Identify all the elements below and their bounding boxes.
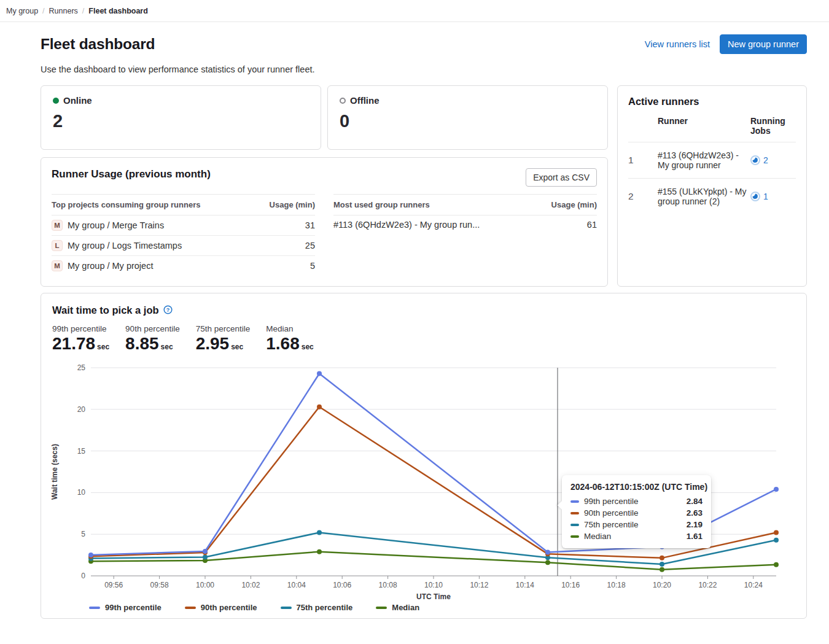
svg-text:25: 25: [77, 363, 86, 372]
breadcrumb-runners[interactable]: Runners: [49, 7, 78, 15]
stat-value: 21.78: [52, 334, 95, 353]
svg-text:10:04: 10:04: [287, 581, 306, 589]
tooltip-row: 99th percentile 2.84: [570, 497, 703, 506]
tooltip-series-name: Median: [584, 532, 611, 541]
page-description: Use the dashboard to view performance st…: [41, 64, 807, 74]
breadcrumb: My group / Runners / Fleet dashboard: [0, 0, 829, 22]
svg-text:10:20: 10:20: [653, 581, 671, 589]
table-row: M My group / My project 5: [52, 256, 315, 276]
stat-label: 90th percentile: [125, 324, 180, 333]
running-jobs-column-header: Running Jobs: [750, 116, 796, 136]
project-avatar: M: [52, 220, 63, 231]
stat-unit: sec: [231, 343, 243, 351]
svg-text:Wait time (secs): Wait time (secs): [50, 444, 59, 500]
usage-min-header: Usage (min): [551, 200, 597, 209]
wait-time-title: Wait time to pick a job: [52, 305, 159, 316]
breadcrumb-current: Fleet dashboard: [88, 7, 148, 15]
legend-swatch: [185, 607, 196, 609]
breadcrumb-my-group[interactable]: My group: [6, 7, 38, 15]
project-usage: 25: [305, 241, 315, 250]
svg-text:10:10: 10:10: [424, 581, 443, 589]
table-row: L My group / Logs Timestamps 25: [52, 236, 315, 256]
stat-unit: sec: [97, 343, 109, 351]
series-swatch-99th: [570, 500, 579, 503]
tooltip-title: 2024-06-12T10:15:00Z (UTC Time): [570, 482, 703, 492]
wait-time-card: Wait time to pick a job ? 99th percentil…: [41, 293, 807, 619]
series-swatch-90th: [570, 512, 579, 514]
most-used-runners-header: Most used group runners: [333, 200, 430, 209]
tooltip-series-value: 2.84: [687, 497, 703, 506]
page-title: Fleet dashboard: [41, 36, 155, 53]
runner-usage-title: Runner Usage (previous month): [52, 168, 211, 180]
runner-column-header: Runner: [658, 116, 747, 136]
new-group-runner-button[interactable]: New group runner: [720, 34, 807, 54]
wait-time-stats: 99th percentile 21.78sec 90th percentile…: [41, 324, 806, 357]
running-jobs-count-link[interactable]: 2: [763, 155, 768, 165]
tooltip-series-value: 2.19: [687, 520, 703, 529]
stat-value: 1.68: [266, 334, 300, 353]
project-avatar: L: [52, 240, 63, 251]
tooltip-series-name: 99th percentile: [584, 497, 639, 506]
stat-label: 75th percentile: [196, 324, 251, 333]
svg-text:10:06: 10:06: [333, 581, 351, 589]
svg-text:10:02: 10:02: [241, 581, 260, 589]
table-row: 1 #113 (6QHdzW2e3) - My group runner 2: [628, 142, 796, 179]
runner-rank: 1: [628, 155, 654, 166]
svg-text:UTC Time: UTC Time: [416, 592, 451, 601]
svg-text:10:22: 10:22: [698, 581, 717, 589]
tooltip-row: Median 1.61: [570, 532, 703, 541]
svg-text:09:56: 09:56: [104, 581, 123, 589]
svg-text:10:14: 10:14: [516, 581, 534, 589]
stat-median: Median 1.68sec: [266, 324, 314, 357]
runner-description: #155 (ULkKYpkpt) - My group runner (2): [658, 187, 747, 206]
legend-swatch: [89, 607, 100, 609]
svg-text:10:24: 10:24: [744, 581, 763, 589]
project-usage: 31: [305, 220, 315, 230]
svg-text:10:08: 10:08: [379, 581, 397, 589]
legend-swatch: [281, 607, 292, 609]
svg-text:09:58: 09:58: [150, 581, 169, 589]
breadcrumb-separator: /: [82, 7, 84, 15]
series-swatch-median: [570, 535, 579, 538]
stat-label: Median: [266, 324, 314, 333]
help-icon[interactable]: ?: [163, 305, 173, 314]
stat-label: 99th percentile: [52, 324, 109, 333]
runner-name: #113 (6QHdzW2e3) - My group run...: [333, 220, 480, 230]
tooltip-series-name: 90th percentile: [584, 508, 639, 518]
active-runners-title: Active runners: [628, 96, 796, 107]
runner-description: #113 (6QHdzW2e3) - My group runner: [658, 150, 747, 170]
svg-text:20: 20: [77, 405, 86, 414]
stat-90th-percentile: 90th percentile 8.85sec: [125, 324, 180, 357]
svg-text:10: 10: [77, 488, 86, 497]
table-row: #113 (6QHdzW2e3) - My group run... 61: [333, 215, 597, 234]
runner-rank: 2: [628, 191, 654, 202]
page-header: Fleet dashboard View runners list New gr…: [41, 34, 807, 54]
tooltip-row: 75th percentile 2.19: [570, 520, 703, 529]
usage-min-header: Usage (min): [270, 200, 315, 209]
offline-status-icon: [340, 98, 346, 104]
chart-tooltip: 2024-06-12T10:15:00Z (UTC Time) 99th per…: [562, 475, 711, 548]
project-usage: 5: [310, 261, 315, 271]
online-runners-card: Online 2: [41, 85, 321, 150]
running-jobs-count-link[interactable]: 1: [763, 192, 768, 201]
export-csv-button[interactable]: Export as CSV: [526, 168, 597, 187]
tooltip-series-name: 75th percentile: [584, 520, 639, 529]
view-runners-list-link[interactable]: View runners list: [645, 39, 710, 49]
stat-unit: sec: [302, 343, 314, 351]
series-swatch-75th: [570, 524, 579, 526]
online-label: Online: [63, 95, 92, 106]
running-status-icon: [750, 155, 760, 165]
project-avatar: M: [52, 260, 63, 271]
runner-usage-card: Runner Usage (previous month) Export as …: [41, 157, 608, 287]
tooltip-series-value: 2.63: [687, 508, 703, 518]
svg-text:0: 0: [81, 572, 85, 580]
svg-text:15: 15: [77, 447, 86, 456]
svg-text:10:16: 10:16: [561, 581, 580, 589]
svg-text:10:18: 10:18: [607, 581, 626, 589]
table-row: M My group / Merge Trains 31: [52, 215, 315, 236]
svg-text:5: 5: [81, 530, 85, 538]
online-status-icon: [53, 98, 59, 104]
offline-runners-card: Offline 0: [327, 85, 608, 150]
stat-value: 2.95: [196, 334, 230, 353]
stat-unit: sec: [161, 343, 173, 351]
